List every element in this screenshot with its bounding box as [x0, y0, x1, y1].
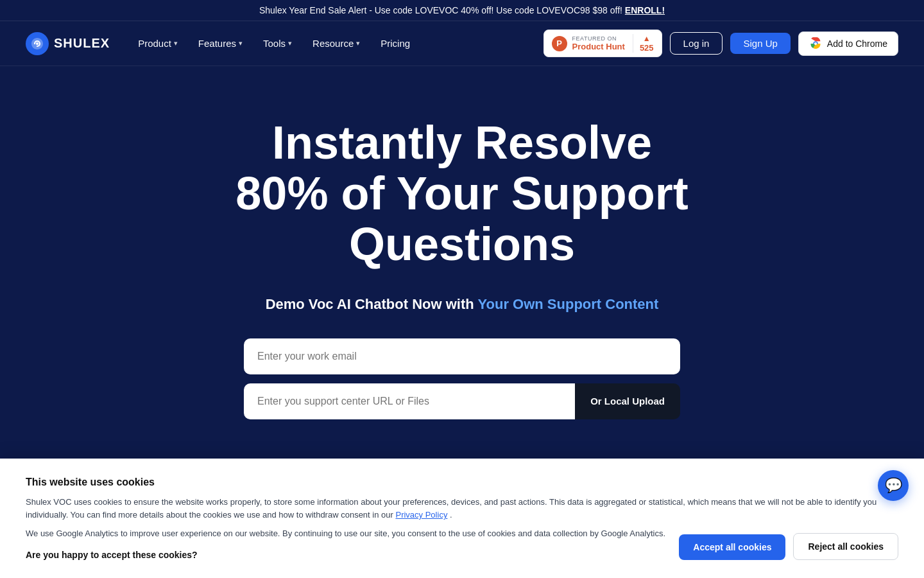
cookie-actions: Accept all cookies Reject all cookies [679, 533, 898, 560]
tools-chevron-icon: ▾ [288, 39, 292, 48]
banner-text: Shulex Year End Sale Alert - Use code LO… [259, 5, 622, 15]
chrome-button-label: Add to Chrome [827, 39, 887, 49]
hero-subtitle: Demo Voc AI Chatbot Now with Your Own Su… [266, 296, 659, 313]
login-button[interactable]: Log in [670, 32, 723, 55]
logo-text: SHULEX [54, 36, 110, 51]
top-banner: Shulex Year End Sale Alert - Use code LO… [0, 0, 924, 21]
cookie-text-1: Shulex VOC uses cookies to ensure the we… [26, 496, 898, 523]
product-chevron-icon: ▾ [174, 39, 178, 48]
reject-cookies-button[interactable]: Reject all cookies [793, 533, 898, 560]
nav-tools[interactable]: Tools ▾ [254, 33, 301, 54]
privacy-policy-link[interactable]: Privacy Policy [395, 510, 447, 520]
hero-section: Instantly Resolve 80% of Your Support Qu… [0, 66, 924, 458]
cookie-banner: This website uses cookies Shulex VOC use… [0, 459, 924, 578]
product-hunt-icon: P [552, 36, 567, 51]
cookie-title: This website uses cookies [26, 477, 898, 488]
hero-title: Instantly Resolve 80% of Your Support Qu… [173, 118, 751, 270]
product-hunt-badge[interactable]: P FEATURED ON Product Hunt ▲ 525 [543, 30, 662, 57]
url-input[interactable] [244, 383, 575, 419]
demo-form: Or Local Upload [244, 338, 680, 419]
nav-actions: P FEATURED ON Product Hunt ▲ 525 Log in … [543, 30, 898, 57]
local-upload-button[interactable]: Or Local Upload [575, 383, 680, 419]
chat-button[interactable]: 💬 [878, 470, 909, 501]
logo-icon [26, 32, 49, 55]
svg-point-2 [814, 42, 817, 44]
logo-link[interactable]: SHULEX [26, 32, 110, 55]
accept-cookies-button[interactable]: Accept all cookies [679, 534, 785, 560]
features-chevron-icon: ▾ [239, 39, 243, 48]
chat-icon: 💬 [885, 477, 902, 494]
chrome-icon [809, 37, 822, 50]
nav-resource[interactable]: Resource ▾ [304, 33, 369, 54]
nav-items: Product ▾ Features ▾ Tools ▾ Resource ▾ … [129, 33, 536, 54]
navbar: SHULEX Product ▾ Features ▾ Tools ▾ Reso… [0, 21, 924, 66]
nav-product[interactable]: Product ▾ [129, 33, 187, 54]
banner-cta[interactable]: ENROLL! [625, 5, 665, 15]
product-hunt-count: ▲ 525 [633, 34, 654, 53]
add-to-chrome-button[interactable]: Add to Chrome [798, 31, 898, 56]
url-row: Or Local Upload [244, 383, 680, 419]
upvote-arrow-icon: ▲ [643, 34, 651, 43]
email-field[interactable] [244, 338, 680, 374]
svg-point-0 [36, 42, 38, 45]
resource-chevron-icon: ▾ [356, 39, 360, 48]
nav-pricing[interactable]: Pricing [372, 33, 419, 54]
signup-button[interactable]: Sign Up [730, 33, 790, 54]
nav-features[interactable]: Features ▾ [189, 33, 252, 54]
product-hunt-text: FEATURED ON Product Hunt [572, 35, 625, 51]
